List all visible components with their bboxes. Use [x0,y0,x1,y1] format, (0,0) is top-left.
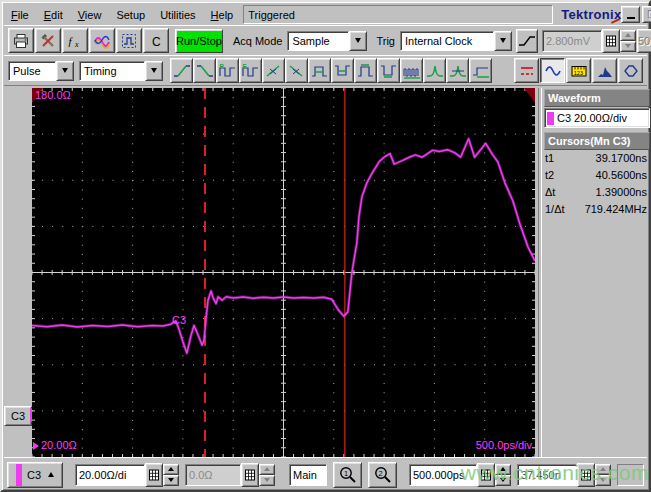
frequency-button[interactable]: F [239,58,262,83]
trig-source-select[interactable]: Internal Clock [400,31,512,51]
fx-button[interactable]: fx [62,28,88,53]
maximize-button[interactable]: ❐ [642,6,651,23]
keypad-button[interactable] [577,463,595,487]
status-well [617,464,644,486]
measure-group-select[interactable]: Timing [79,61,163,81]
chevron-down-icon [500,38,506,43]
positive-width-button[interactable] [308,58,331,83]
positive-peak-button[interactable] [423,58,446,83]
waveform-entry[interactable]: C3 20.00Ω/div [544,108,650,128]
magnifier-1-button[interactable]: 1 [333,462,362,488]
settling-time-icon [472,63,490,79]
vertical-offset-spinner[interactable] [259,464,275,486]
frequency-icon: F [242,63,260,79]
reference-arrow-icon [33,442,39,450]
menu-help[interactable]: Help [204,6,242,24]
burst-width-button[interactable] [400,58,423,83]
acq-mode-dropdown-button[interactable] [349,31,367,51]
positive-duty-cycle-button[interactable] [354,58,377,83]
menu-utilities[interactable]: Utilities [153,6,203,24]
bottom-control-bar: C3 20.00Ω/di 0.0Ω Main 1 2 500.000ps [4,457,647,491]
trace-color-swatch [547,112,554,125]
menu-view[interactable]: View [71,6,110,24]
negative-crossing-button[interactable] [285,58,308,83]
trig-slope-button[interactable] [516,29,538,53]
fall-time-button[interactable] [193,58,216,83]
cursor-readout-row: 1/Δt719.424MHz [543,201,651,218]
negative-peak-button[interactable] [446,58,469,83]
svg-text:P: P [219,63,224,70]
waveform-plot[interactable]: 180.0Ω 20.00Ω 500.0ps/div C3 [32,88,535,457]
horizontal-scale-spinner[interactable] [495,464,511,486]
keypad-icon [245,469,255,481]
trig-level-field[interactable]: 2.800mV [542,30,602,52]
vertical-scale-spinner[interactable] [163,464,179,486]
keypad-button[interactable] [477,463,495,487]
positive-crossing-button[interactable] [262,58,285,83]
minimize-button[interactable] [621,6,640,23]
rise-time-button[interactable] [170,58,193,83]
channel-c-button[interactable]: C [143,28,169,53]
menu-edit[interactable]: Edit [37,6,71,24]
positive-crossing-icon [265,63,283,79]
magnifier-2-button[interactable]: 2 [368,462,397,488]
spin-up-icon [600,467,606,471]
menu-setup[interactable]: Setup [109,6,153,24]
measurement-ruler-icon: 123 [571,63,587,79]
keypad-button[interactable] [602,29,620,53]
printer-button[interactable] [8,28,34,53]
spin-down-icon [625,44,631,48]
channel-marker[interactable]: C3 [4,406,32,426]
period-button[interactable]: P [216,58,239,83]
select-pulse-button[interactable] [116,28,142,53]
vertical-top-label: 180.0Ω [35,89,71,101]
spin-down-icon [500,478,506,482]
keypad-icon [581,469,591,481]
trig-level-spinner[interactable] [620,30,636,52]
horizontal-cursors-button[interactable] [514,58,539,83]
keypad-button[interactable] [145,463,163,487]
negative-duty-cycle-button[interactable] [377,58,400,83]
display-area: C3 180.0Ω 20.00Ω 500.0ps/div C3 Waveform… [4,85,647,457]
negative-duty-cycle-icon [380,63,398,79]
horizontal-position-spinner[interactable] [595,464,611,486]
trig-dropdown-button[interactable] [494,31,512,51]
keypad-button[interactable] [241,463,259,487]
horizontal-scale-field[interactable]: 500.000ps [409,464,477,486]
horizontal-position-field[interactable]: 37.450n [517,464,577,486]
measure-group-dropdown-button[interactable] [145,61,163,81]
measurement-ruler-button[interactable]: 123 [566,58,591,83]
acq-mode-label: Acq Mode [229,35,287,47]
minimize-icon [627,17,635,19]
run-stop-button[interactable]: Run/Stop [175,29,223,53]
negative-width-button[interactable] [331,58,354,83]
histogram-icon [597,63,613,79]
positive-width-icon [311,63,329,79]
vertical-offset-field[interactable]: 0.0Ω [185,464,241,486]
readout-value: 39.1700ns [596,152,647,165]
set-50-percent-button[interactable]: 50% [637,29,651,53]
readout-label: 1/Δt [545,203,565,216]
fall-time-icon [196,63,214,79]
histogram-button[interactable] [592,58,617,83]
measurement-toolbar: Pulse Timing PF 123 [4,55,647,86]
svg-text:F: F [242,63,246,70]
tools-button[interactable] [35,28,61,53]
menu-file[interactable]: File [4,6,37,24]
settling-time-button[interactable] [469,58,492,83]
measure-category-select[interactable]: Pulse [8,61,74,81]
waveform-button[interactable] [89,28,115,53]
vertical-scale-field[interactable]: 20.00Ω/di [75,464,145,486]
trace-label: C3 [172,314,186,326]
acq-mode-select[interactable]: Sample [287,31,367,51]
mask-test-button[interactable] [618,58,643,83]
negative-width-icon [334,63,352,79]
cursor-readout-row: Δt1.39000ns [543,184,651,201]
spin-up-icon [264,467,270,471]
trigger-status: Triggered [243,5,553,24]
horizontal-cursors-icon [519,63,535,79]
measure-category-dropdown-button[interactable] [56,61,74,81]
waveform-display-button[interactable] [540,58,565,83]
channel-select-button[interactable]: C3 [7,462,63,488]
readout-label: t2 [545,169,554,182]
